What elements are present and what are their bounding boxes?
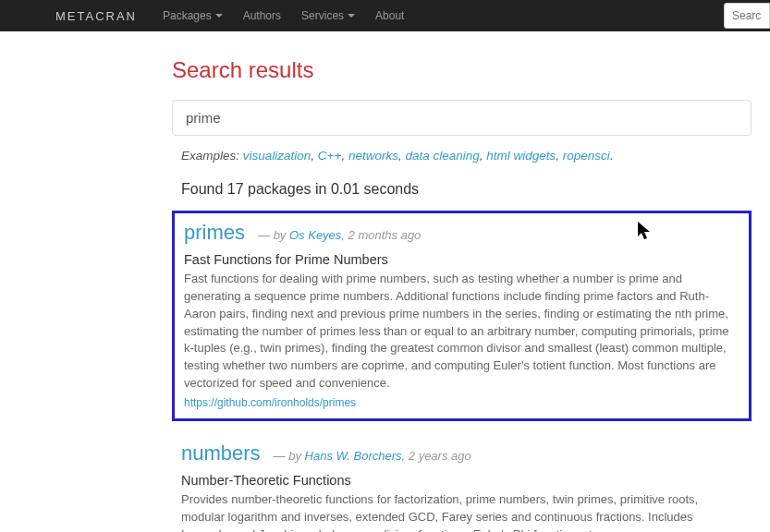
result-item: primes — by Os Keyes, 2 months ago Fast …: [172, 211, 752, 421]
example-link[interactable]: networks: [348, 149, 398, 163]
nav-authors[interactable]: Authors: [243, 9, 281, 22]
result-desc: Provides number-theoretic functions for …: [181, 491, 742, 532]
search-input[interactable]: [172, 100, 752, 136]
example-link[interactable]: data cleaning: [405, 149, 479, 163]
result-meta: — by Hans W. Borchers, 2 years ago: [274, 449, 471, 463]
page-title: Search results: [172, 57, 752, 83]
result-title: Number-Theoretic Functions: [181, 473, 742, 488]
nav-search-input[interactable]: [724, 3, 770, 29]
result-title: Fast Functions for Prime Numbers: [184, 252, 739, 267]
nav-packages[interactable]: Packages: [163, 9, 223, 22]
result-name[interactable]: numbers: [181, 441, 261, 466]
result-meta: — by Os Keyes, 2 months ago: [258, 228, 421, 242]
example-link[interactable]: visualization: [243, 149, 312, 163]
result-desc: Fast functions for dealing with prime nu…: [184, 271, 739, 393]
result-url[interactable]: https://github.com/ironholds/primes: [184, 396, 356, 409]
example-link[interactable]: C++: [318, 149, 342, 163]
brand[interactable]: METACRAN: [55, 9, 137, 23]
examples: Examples: visualization, C++, networks, …: [181, 149, 752, 163]
example-link[interactable]: ropensci: [563, 149, 610, 163]
nav-services[interactable]: Services: [301, 9, 355, 22]
navbar: METACRAN Packages Authors Services About: [0, 0, 770, 31]
result-name[interactable]: primes: [184, 221, 245, 245]
example-link[interactable]: html widgets: [486, 149, 556, 163]
chevron-down-icon: [215, 14, 223, 18]
found-text: Found 17 packages in 0.01 seconds: [181, 181, 752, 198]
nav-about[interactable]: About: [375, 9, 404, 22]
nav-search: [724, 3, 770, 29]
result-author[interactable]: Os Keyes: [289, 228, 341, 242]
chevron-down-icon: [348, 14, 355, 18]
result-item: numbers — by Hans W. Borchers, 2 years a…: [172, 434, 752, 532]
result-author[interactable]: Hans W. Borchers: [305, 449, 402, 463]
